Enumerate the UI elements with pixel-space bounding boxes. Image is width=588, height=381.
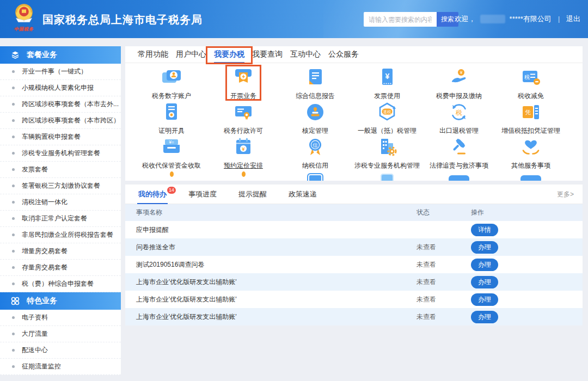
sidebar-section-header[interactable]: 套餐业务	[0, 46, 121, 64]
service-item[interactable]: 核定管理	[279, 101, 351, 136]
other-heart-icon	[519, 136, 542, 160]
service-item[interactable]: 税务数字账户	[136, 66, 207, 101]
service-item[interactable]: ¥= 税收代保管资金收取	[136, 136, 207, 170]
sidebar-item[interactable]: 增量房交易套餐	[0, 243, 121, 260]
partial-service-row	[125, 170, 583, 181]
deduction-voucher-icon: 凭	[519, 101, 542, 125]
service-item[interactable]: ¥ 税费申报及缴纳	[423, 66, 495, 101]
service-item[interactable]: 证明开具	[136, 101, 207, 136]
search-input[interactable]	[364, 12, 437, 27]
row-name: 上海市企业'优化版研发支出辅助账'	[125, 312, 416, 322]
main-nav-tabs: 常用功能 用户中心 我要办税 我要查询 互动中心 公众服务	[125, 46, 583, 63]
row-status: 未查看	[416, 243, 471, 252]
bullet-icon	[12, 316, 15, 319]
sidebar-section-header[interactable]: 特色业务	[0, 292, 121, 310]
row-status: 未查看	[416, 260, 471, 269]
table-row: 上海市企业'优化版研发支出辅助账' 未查看 办理	[125, 308, 583, 325]
credit-medal-icon: 信	[304, 136, 327, 160]
top-header: 中国税务 国家税务总局上海市电子税务局 搜索 欢迎， *****有限公司 | 退…	[0, 0, 588, 38]
table-row: 应申报提醒 详情	[125, 221, 583, 238]
bullet-icon	[12, 103, 15, 106]
service-item[interactable]: 税 税收减免	[495, 66, 567, 101]
service-item[interactable]: 退税 一般退（抵）税管理	[351, 101, 423, 136]
sidebar-item[interactable]: 开业一件事（一键式）	[0, 64, 121, 80]
column-header-status: 状态	[416, 208, 471, 217]
page-title: 国家税务总局上海市电子税务局	[42, 13, 203, 27]
sidebar-item[interactable]: 取消非正常户认定套餐	[0, 211, 121, 227]
user-area: 欢迎， *****有限公司 | 退出	[455, 0, 580, 38]
row-action-button[interactable]: 办理	[471, 259, 498, 271]
service-item[interactable]: 开票业务	[207, 66, 279, 101]
todo-tab[interactable]: 我的待办 14	[137, 185, 168, 204]
bullet-icon	[12, 136, 15, 138]
row-action-button[interactable]: 办理	[471, 311, 498, 323]
cert-star-icon	[160, 101, 183, 125]
logo-caption: 中国税务	[9, 26, 39, 32]
search-bar: 搜索	[364, 12, 458, 27]
sidebar-item[interactable]: 税（费）种综合申报套餐	[0, 276, 121, 292]
partial-service-icon	[351, 170, 423, 181]
sidebar-item[interactable]: 签署银税三方划缴协议套餐	[0, 178, 121, 194]
service-item[interactable]: 凭 增值税抵扣凭证管理	[495, 101, 567, 136]
nav-tab[interactable]: 用户中心	[172, 46, 210, 63]
svg-text:¥: ¥	[242, 146, 245, 152]
sidebar-item[interactable]: 涉税专业服务机构管理套餐	[0, 145, 121, 162]
sidebar-item[interactable]: 配送中心	[0, 342, 121, 359]
column-header-action: 操作	[471, 208, 583, 217]
grid-icon	[11, 297, 20, 305]
export-refund-icon: 税	[448, 101, 470, 125]
sidebar-item[interactable]: 征期流量监控	[0, 359, 121, 375]
service-item[interactable]: 税 出口退税管理	[423, 101, 495, 136]
row-action-button[interactable]: 详情	[471, 224, 498, 236]
service-item[interactable]: 法律追责与救济事项	[423, 136, 495, 170]
todo-tab[interactable]: 政策速递	[287, 185, 318, 204]
nav-tab[interactable]: 公众服务	[324, 46, 363, 63]
sidebar-item[interactable]: 存量房交易套餐	[0, 260, 121, 276]
sidebar-item[interactable]: 跨区域涉税事项套餐（本市去外...	[0, 96, 121, 113]
row-action-button[interactable]: 办理	[471, 276, 498, 288]
service-item[interactable]: ¥ 发票使用	[351, 66, 423, 101]
sidebar-item[interactable]: 车辆购置税申报套餐	[0, 129, 121, 145]
mail-user-icon	[160, 66, 183, 90]
logout-link[interactable]: 退出	[566, 14, 580, 24]
service-item[interactable]: 涉税专业服务机构管理	[351, 136, 423, 170]
service-item[interactable]: ¥ 预约定价安排	[207, 136, 279, 170]
service-item[interactable]: 其他服务事项	[495, 136, 567, 170]
nav-tab[interactable]: 我要查询	[248, 46, 286, 63]
sidebar-item[interactable]: 非居民扣缴企业所得税报告套餐	[0, 227, 121, 243]
partial-service-icon	[495, 170, 567, 181]
sidebar-item[interactable]: 清税注销一体化	[0, 194, 121, 211]
sidebar-item[interactable]: 发票套餐	[0, 162, 121, 178]
table-body: 应申报提醒 详情 问卷推送全市 未查看 办理 测试20190516调查问卷 未查…	[125, 221, 583, 325]
service-item[interactable]: 信 纳税信用	[279, 136, 351, 170]
row-action-button[interactable]: 办理	[471, 293, 498, 306]
partial-service-icon	[279, 170, 351, 181]
svg-text:信: 信	[312, 142, 318, 148]
service-item[interactable]: 综合信息报告	[279, 66, 351, 101]
svg-text:税: 税	[524, 74, 530, 80]
invoice-lightning-icon	[232, 66, 255, 90]
nav-tab[interactable]: 常用功能	[134, 46, 172, 63]
svg-text:¥=: ¥=	[168, 139, 174, 145]
table-header: 事项名称 状态 操作	[125, 204, 583, 221]
row-name: 应申报提醒	[125, 225, 416, 235]
sidebar-item[interactable]: 跨区域涉税事项套餐（本市跨区）	[0, 113, 121, 129]
redacted-username	[480, 15, 505, 23]
todo-tab[interactable]: 提示提醒	[237, 185, 268, 204]
todo-tab[interactable]: 事项进度	[187, 185, 218, 204]
row-action-button[interactable]: 办理	[471, 241, 498, 254]
company-name: *****有限公司	[510, 14, 552, 24]
apa-calendar-icon: ¥	[232, 136, 255, 160]
nav-tab[interactable]: 我要办税	[210, 46, 248, 63]
nav-tab[interactable]: 互动中心	[286, 46, 324, 63]
service-item[interactable]: 税务行政许可	[207, 101, 279, 136]
partial-service-icon	[136, 170, 207, 181]
row-name: 问卷推送全市	[125, 243, 416, 252]
more-link[interactable]: 更多>	[557, 185, 574, 204]
sidebar-item[interactable]: 电子资料	[0, 310, 121, 326]
fund-collect-icon: ¥=	[160, 136, 183, 160]
sidebar-item[interactable]: 大厅流量	[0, 326, 121, 342]
emblem-icon	[11, 2, 37, 28]
invoice-yen-icon: ¥	[376, 66, 399, 90]
sidebar-item[interactable]: 小规模纳税人要素化申报	[0, 80, 121, 96]
